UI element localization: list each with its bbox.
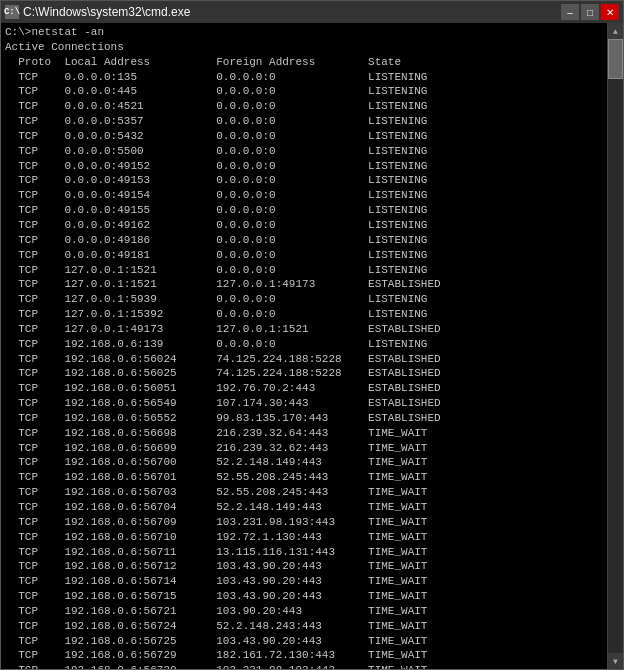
table-row: TCP 0.0.0.0:49155 0.0.0.0:0 LISTENING [5, 203, 603, 218]
table-row: TCP 127.0.0.1:15392 0.0.0.0:0 LISTENING [5, 307, 603, 322]
table-row: TCP 0.0.0.0:135 0.0.0.0:0 LISTENING [5, 70, 603, 85]
table-row: TCP 192.168.0.6:56552 99.83.135.170:443 … [5, 411, 603, 426]
table-row: TCP 192.168.0.6:56711 13.115.116.131:443… [5, 545, 603, 560]
console-content[interactable]: C:\>netstat -an Active Connections Proto… [1, 23, 607, 669]
scroll-down-button[interactable]: ▼ [608, 653, 624, 669]
table-row: TCP 192.168.0.6:56549 107.174.30:443 EST… [5, 396, 603, 411]
title-bar-left: C:\ C:\Windows\system32\cmd.exe [5, 5, 190, 19]
table-row: TCP 127.0.0.1:1521 127.0.0.1:49173 ESTAB… [5, 277, 603, 292]
scroll-track[interactable]: ▲ ▼ [607, 23, 623, 669]
table-row: TCP 0.0.0.0:49162 0.0.0.0:0 LISTENING [5, 218, 603, 233]
table-row: TCP 192.168.0.6:56700 52.2.148.149:443 T… [5, 455, 603, 470]
table-row: TCP 192.168.0.6:56729 182.161.72.130:443… [5, 648, 603, 663]
table-row: TCP 192.168.0.6:56709 103.231.98.193:443… [5, 515, 603, 530]
table-row: TCP 127.0.0.1:5939 0.0.0.0:0 LISTENING [5, 292, 603, 307]
minimize-button[interactable]: – [561, 4, 579, 20]
table-row: TCP 127.0.0.1:49173 127.0.0.1:1521 ESTAB… [5, 322, 603, 337]
window-title: C:\Windows\system32\cmd.exe [23, 5, 190, 19]
table-row: TCP 192.168.0.6:56710 192.72.1.130:443 T… [5, 530, 603, 545]
table-row: TCP 0.0.0.0:49152 0.0.0.0:0 LISTENING [5, 159, 603, 174]
scroll-thumb-area [608, 39, 623, 653]
cmd-window: C:\ C:\Windows\system32\cmd.exe – □ ✕ C:… [0, 0, 624, 670]
table-row: TCP 192.168.0.6:56725 103.43.90.20:443 T… [5, 634, 603, 649]
table-row: TCP 0.0.0.0:49181 0.0.0.0:0 LISTENING [5, 248, 603, 263]
prompt-line: C:\>netstat -an [5, 25, 603, 40]
header-line: Active Connections [5, 40, 603, 55]
table-row: TCP 0.0.0.0:4521 0.0.0.0:0 LISTENING [5, 99, 603, 114]
table-row: TCP 0.0.0.0:49153 0.0.0.0:0 LISTENING [5, 173, 603, 188]
title-bar: C:\ C:\Windows\system32\cmd.exe – □ ✕ [1, 1, 623, 23]
table-row: TCP 192.168.0.6:56698 216.239.32.64:443 … [5, 426, 603, 441]
console-wrapper: C:\>netstat -an Active Connections Proto… [1, 23, 623, 669]
table-row: TCP 192.168.0.6:56715 103.43.90.20:443 T… [5, 589, 603, 604]
table-row: TCP 192.168.0.6:139 0.0.0.0:0 LISTENING [5, 337, 603, 352]
close-button[interactable]: ✕ [601, 4, 619, 20]
table-row: TCP 0.0.0.0:49154 0.0.0.0:0 LISTENING [5, 188, 603, 203]
table-row: TCP 192.168.0.6:56051 192.76.70.2:443 ES… [5, 381, 603, 396]
table-row: TCP 192.168.0.6:56024 74.125.224.188:522… [5, 352, 603, 367]
table-row: TCP 192.168.0.6:56699 216.239.32.62:443 … [5, 441, 603, 456]
table-row: TCP 192.168.0.6:56714 103.43.90.20:443 T… [5, 574, 603, 589]
table-row: TCP 192.168.0.6:56724 52.2.148.243:443 T… [5, 619, 603, 634]
table-row: TCP 192.168.0.6:56721 103.90.20:443 TIME… [5, 604, 603, 619]
table-row: TCP 127.0.0.1:1521 0.0.0.0:0 LISTENING [5, 263, 603, 278]
title-bar-controls: – □ ✕ [561, 4, 619, 20]
scroll-up-button[interactable]: ▲ [608, 23, 624, 39]
table-row: TCP 0.0.0.0:49186 0.0.0.0:0 LISTENING [5, 233, 603, 248]
table-row: TCP 192.168.0.6:56701 52.55.208.245:443 … [5, 470, 603, 485]
table-row: TCP 0.0.0.0:5357 0.0.0.0:0 LISTENING [5, 114, 603, 129]
netstat-rows: TCP 0.0.0.0:135 0.0.0.0:0 LISTENING TCP … [5, 70, 603, 669]
table-row: TCP 0.0.0.0:5432 0.0.0.0:0 LISTENING [5, 129, 603, 144]
maximize-button[interactable]: □ [581, 4, 599, 20]
table-row: TCP 192.168.0.6:56712 103.43.90.20:443 T… [5, 559, 603, 574]
column-headers: Proto Local Address Foreign Address Stat… [5, 55, 603, 70]
table-row: TCP 192.168.0.6:56730 103.231.98.193:443… [5, 663, 603, 669]
table-row: TCP 192.168.0.6:56703 52.55.208.245:443 … [5, 485, 603, 500]
table-row: TCP 0.0.0.0:445 0.0.0.0:0 LISTENING [5, 84, 603, 99]
table-row: TCP 192.168.0.6:56704 52.2.148.149:443 T… [5, 500, 603, 515]
cmd-icon: C:\ [5, 5, 19, 19]
table-row: TCP 0.0.0.0:5500 0.0.0.0:0 LISTENING [5, 144, 603, 159]
scroll-thumb[interactable] [608, 39, 623, 79]
table-row: TCP 192.168.0.6:56025 74.125.224.188:522… [5, 366, 603, 381]
